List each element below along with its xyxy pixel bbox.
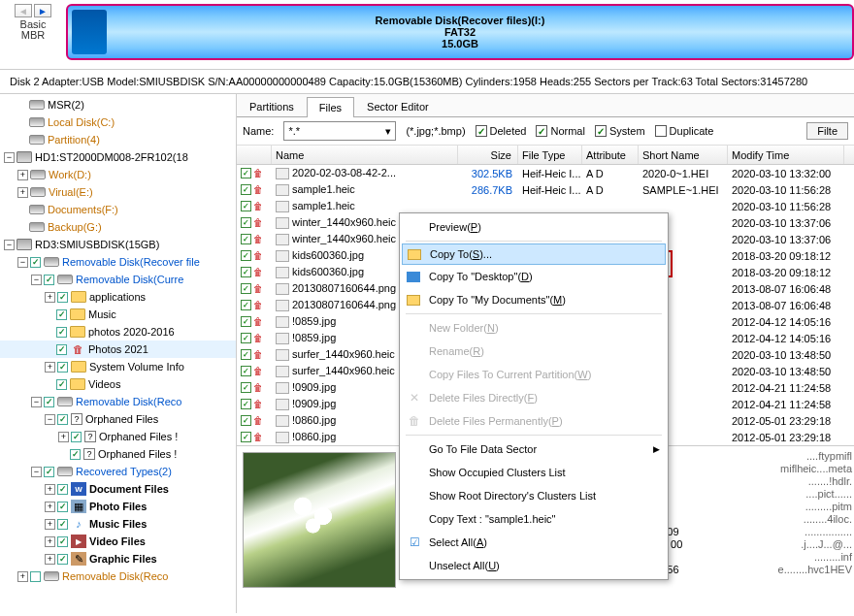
file-checkbox[interactable]: ✓	[241, 316, 251, 327]
tree-checkbox[interactable]: ✓	[56, 327, 67, 338]
file-checkbox[interactable]: ✓	[241, 366, 251, 376]
collapse-icon[interactable]: −	[31, 467, 42, 477]
nav-forward-button[interactable]: ►	[34, 4, 51, 17]
ctx-show-occupied[interactable]: Show Occupied Clusters List	[402, 461, 666, 484]
tree-videofiles[interactable]: +✓▶Video Files	[0, 533, 236, 550]
collapse-icon[interactable]: −	[45, 414, 55, 425]
tree-backupg[interactable]: Backup(G:)	[0, 218, 236, 236]
collapse-icon[interactable]: −	[17, 257, 28, 268]
tree-viruale[interactable]: +Virual(E:)	[0, 183, 236, 201]
expand-icon[interactable]: +	[45, 519, 55, 530]
system-checkbox[interactable]: ✓System	[595, 125, 645, 137]
ctx-show-root[interactable]: Show Root Directory's Clusters List	[402, 484, 666, 507]
file-row[interactable]: ✓🗑 sample1.heic 286.7KBHeif-Heic I...A D…	[237, 181, 854, 198]
tree-checkbox[interactable]: ✓	[57, 502, 68, 512]
tree-checkbox[interactable]: ✓	[56, 344, 67, 355]
tree-removable-reco2[interactable]: +Removable Disk(Reco	[0, 567, 236, 585]
tab-files[interactable]: Files	[307, 97, 354, 117]
tree-checkbox[interactable]: ✓	[44, 467, 54, 477]
sidebar-tree[interactable]: MSR(2) Local Disk(C:) Partition(4) −HD1:…	[0, 94, 237, 613]
expand-icon[interactable]: +	[45, 502, 55, 512]
tree-orphaned[interactable]: −✓?Orphaned Files	[0, 410, 236, 428]
collapse-icon[interactable]: −	[4, 152, 15, 163]
tree-musicfiles[interactable]: +✓♪Music Files	[0, 515, 236, 533]
tree-checkbox[interactable]: ✓	[44, 397, 54, 407]
tree-applications[interactable]: +✓applications	[0, 288, 236, 306]
ctx-copy-text[interactable]: Copy Text : "sample1.heic"	[402, 507, 666, 531]
file-checkbox[interactable]: ✓	[241, 201, 251, 211]
file-checkbox[interactable]: ✓	[241, 399, 251, 409]
tab-sector-editor[interactable]: Sector Editor	[354, 96, 442, 116]
tree-graphicfiles[interactable]: +✓✎Graphic Files	[0, 550, 236, 567]
file-checkbox[interactable]: ✓	[241, 168, 251, 178]
nav-back-button[interactable]: ◄	[15, 4, 32, 17]
tree-checkbox[interactable]: ✓	[57, 554, 68, 565]
tree-checkbox[interactable]: ✓	[57, 362, 68, 373]
deleted-checkbox[interactable]: ✓Deleted	[476, 125, 527, 137]
tree-removable-reco[interactable]: −✓Removable Disk(Reco	[0, 393, 236, 410]
file-checkbox[interactable]: ✓	[241, 333, 251, 343]
expand-icon[interactable]: +	[58, 432, 69, 442]
file-checkbox[interactable]: ✓	[241, 415, 251, 426]
file-checkbox[interactable]: ✓	[241, 300, 251, 310]
expand-icon[interactable]: +	[17, 187, 28, 198]
file-checkbox[interactable]: ✓	[241, 234, 251, 244]
ctx-copy-mydocs[interactable]: Copy To "My Documents"(M)	[402, 288, 666, 311]
tree-rd3[interactable]: −RD3:SMIUSBDISK(15GB)	[0, 236, 236, 253]
collapse-icon[interactable]: −	[31, 397, 42, 407]
tree-checkbox[interactable]: ✓	[56, 309, 67, 320]
tree-recovered-types[interactable]: −✓Recovered Types(2)	[0, 463, 236, 480]
col-name[interactable]: Name	[272, 146, 458, 164]
tree-checkbox[interactable]: ✓	[56, 379, 67, 390]
col-attr[interactable]: Attribute	[582, 146, 639, 164]
tree-checkbox[interactable]: ✓	[57, 519, 68, 530]
file-checkbox[interactable]: ✓	[241, 267, 251, 277]
tree-docsf[interactable]: Documents(F:)	[0, 201, 236, 218]
tree-checkbox[interactable]: ✓	[57, 484, 68, 495]
ctx-copy-desktop[interactable]: Copy To "Desktop"(D)	[402, 265, 666, 288]
collapse-icon[interactable]: −	[4, 240, 15, 250]
tree-checkbox[interactable]	[30, 571, 41, 582]
tree-checkbox[interactable]: ✓	[57, 292, 68, 303]
tree-checkbox[interactable]: ✓	[57, 536, 68, 547]
expand-icon[interactable]: +	[17, 170, 28, 180]
tree-sysvol[interactable]: +✓System Volume Info	[0, 358, 236, 375]
ctx-copy-to[interactable]: Copy To(S)...	[402, 243, 666, 265]
col-short[interactable]: Short Name	[639, 146, 728, 164]
tree-checkbox[interactable]: ✓	[44, 275, 54, 285]
file-checkbox[interactable]: ✓	[241, 184, 251, 195]
col-mtime[interactable]: Modify Time	[728, 146, 844, 164]
expand-icon[interactable]: +	[45, 554, 55, 565]
tree-removable-current[interactable]: −✓Removable Disk(Curre	[0, 271, 236, 288]
tree-videos[interactable]: ✓Videos	[0, 375, 236, 393]
expand-icon[interactable]: +	[45, 484, 55, 495]
tree-orphaned-1[interactable]: +✓?Orphaned Files !	[0, 428, 236, 445]
tab-partitions[interactable]: Partitions	[237, 96, 307, 116]
tree-checkbox[interactable]: ✓	[57, 414, 68, 425]
expand-icon[interactable]: +	[17, 571, 28, 582]
name-filter-dropdown[interactable]: *.*▾	[283, 121, 396, 141]
normal-checkbox[interactable]: ✓Normal	[536, 125, 584, 137]
col-size[interactable]: Size	[458, 146, 518, 164]
disk-banner[interactable]: Removable Disk(Recover files)(I:) FAT32 …	[66, 4, 854, 60]
tree-workd[interactable]: +Work(D:)	[0, 166, 236, 183]
tree-msr[interactable]: MSR(2)	[0, 96, 236, 113]
tree-partition4[interactable]: Partition(4)	[0, 131, 236, 148]
ctx-unselect-all[interactable]: Unselect All(U)	[402, 554, 666, 577]
tree-photos2021[interactable]: ✓🗑Photos 2021	[0, 340, 236, 358]
ctx-select-all[interactable]: ☑Select All(A)	[402, 531, 666, 554]
collapse-icon[interactable]: −	[31, 275, 42, 285]
tree-checkbox[interactable]: ✓	[71, 432, 82, 442]
col-type[interactable]: File Type	[518, 146, 582, 164]
ctx-go-sector[interactable]: Go To File Data Sector▶	[402, 438, 666, 461]
file-checkbox[interactable]: ✓	[241, 250, 251, 261]
duplicate-checkbox[interactable]: Duplicate	[655, 125, 714, 137]
file-checkbox[interactable]: ✓	[241, 217, 251, 228]
tree-removable-files[interactable]: −✓Removable Disk(Recover file	[0, 253, 236, 271]
expand-icon[interactable]: +	[45, 536, 55, 547]
tree-hd1[interactable]: −HD1:ST2000DM008-2FR102(18	[0, 148, 236, 166]
expand-icon[interactable]: +	[45, 362, 55, 373]
tree-docfiles[interactable]: +✓WDocument Files	[0, 480, 236, 498]
file-checkbox[interactable]: ✓	[241, 283, 251, 294]
tree-checkbox[interactable]: ✓	[70, 449, 81, 460]
